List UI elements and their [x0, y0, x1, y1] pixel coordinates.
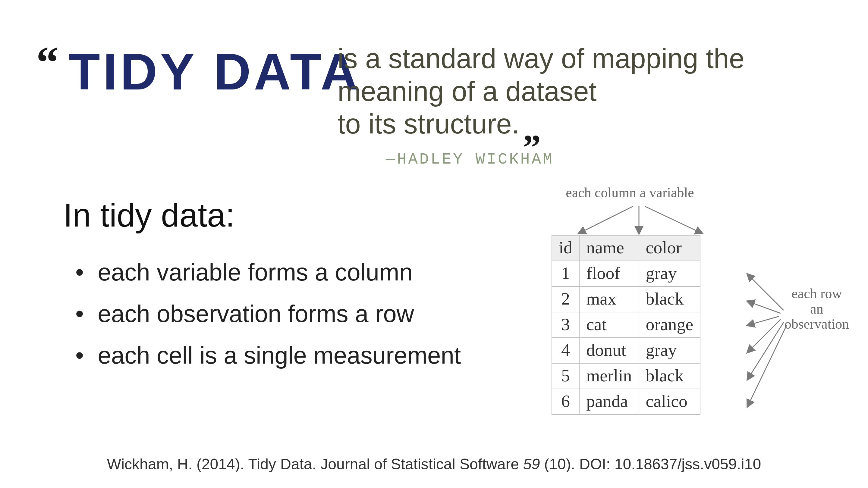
table-row: 1floofgray: [552, 261, 700, 287]
table-header-color: color: [639, 235, 701, 261]
table-header-row: id name color: [552, 235, 700, 261]
table-header-name: name: [579, 235, 639, 261]
structure-highlight: structure: [404, 107, 512, 140]
citation-issue: (10). DOI: 10.18637/jss.v059.i10: [540, 456, 761, 473]
table-row: 5merlinblack: [552, 363, 700, 389]
svg-line-9: [747, 322, 784, 380]
table-row: 2maxblack: [552, 287, 700, 312]
definition-line-3: to its structure. “: [338, 107, 820, 140]
definition-line-2: meaning of a dataset: [338, 75, 820, 108]
citation-author: Wickham, H. (2014). Tidy Data.: [107, 456, 321, 473]
bullet-3-hl1: cell: [157, 336, 193, 375]
svg-line-7: [747, 316, 779, 325]
section-heading-text: In tidy data:: [63, 196, 235, 234]
annotation-columns: each column a variable: [546, 185, 714, 201]
row-arrows-icon: [744, 265, 868, 422]
example-table-wrap: id name color 1floofgray 2maxblack 3cato…: [552, 235, 701, 415]
svg-line-5: [747, 274, 784, 310]
bullet-list: each variable forms a column each observ…: [75, 253, 461, 378]
bullet-3-hl2: single measurement: [244, 336, 461, 375]
open-quote-icon: “: [36, 51, 53, 74]
table-row: 3catorange: [552, 312, 700, 338]
svg-line-3: [645, 206, 702, 233]
table-row: 6pandacalico: [552, 389, 700, 415]
bullet-3: each cell is a single measurement: [75, 336, 461, 375]
close-quote-icon: “: [527, 125, 541, 143]
svg-line-6: [747, 301, 781, 313]
slide: “ TIDY DATA is a standard way of mapping…: [0, 0, 868, 488]
bullet-1-hl1: variable: [157, 253, 241, 292]
definition-line-2-post: of a dataset: [444, 76, 596, 107]
quote-attribution: —HADLEY WICKHAM: [386, 151, 554, 168]
definition-line-1: is a standard way of mapping the: [338, 42, 820, 75]
table-row: 4donutgray: [552, 338, 700, 363]
bullet-1: each variable forms a column: [75, 253, 461, 292]
column-arrows-icon: [552, 205, 744, 238]
svg-line-1: [579, 206, 633, 233]
bullet-1-hl2: column: [335, 253, 412, 292]
definition-line-3-post: .: [512, 108, 520, 139]
bullet-2-hl2: row: [375, 295, 414, 333]
quote-definition: is a standard way of mapping the meaning…: [338, 42, 820, 140]
citation-volume: 59: [523, 456, 540, 473]
section-heading: In tidy data:: [63, 196, 235, 234]
bullet-2-hl1: observation: [157, 295, 281, 333]
quote-title-block: TIDY DATA: [63, 42, 366, 101]
svg-line-10: [747, 325, 786, 407]
tidy-data-title: TIDY DATA: [63, 42, 366, 101]
definition-line-3-pre: to its: [338, 108, 404, 139]
citation-journal: Journal of Statistical Software: [320, 456, 523, 473]
tidy-data-highlight: TIDY DATA: [63, 42, 366, 101]
bullet-2: each observation forms a row: [75, 295, 461, 333]
meaning-highlight: meaning: [338, 75, 444, 108]
table-header-id: id: [552, 235, 579, 261]
example-table: id name color 1floofgray 2maxblack 3cato…: [552, 235, 701, 415]
citation: Wickham, H. (2014). Tidy Data. Journal o…: [0, 455, 868, 473]
